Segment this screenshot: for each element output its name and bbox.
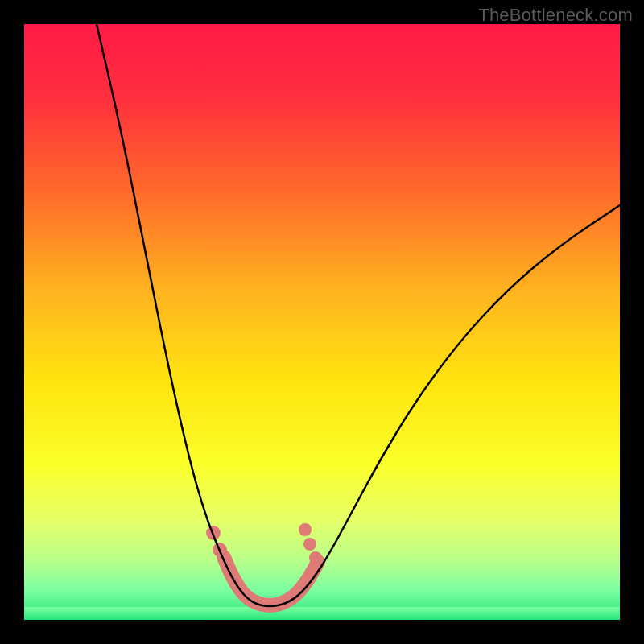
chart-svg (24, 24, 620, 620)
marker-dots-right (299, 523, 312, 536)
marker-dots-right (303, 538, 316, 551)
watermark-text: TheBottleneck.com (478, 5, 633, 25)
marker-dots-right (309, 551, 322, 564)
green-band (24, 607, 620, 620)
watermark: TheBottleneck.com (478, 5, 633, 26)
outer-frame: TheBottleneck.com (0, 0, 644, 644)
chart-area (24, 24, 620, 620)
gradient-background (24, 24, 620, 620)
